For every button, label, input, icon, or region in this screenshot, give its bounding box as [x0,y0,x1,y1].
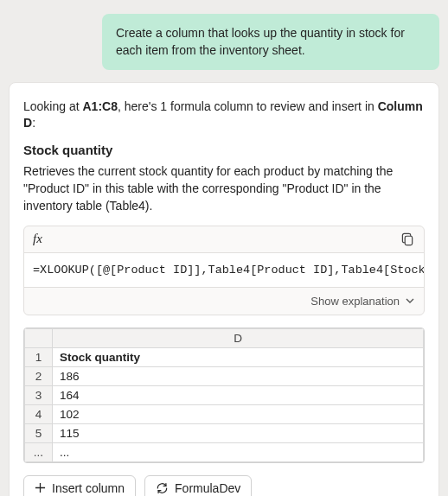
show-explanation-button[interactable]: Show explanation [24,288,424,315]
formula-description: Retrieves the current stock quantity for… [23,162,425,215]
corner-cell [25,328,53,347]
cell-value: 102 [53,404,424,423]
formuladev-button[interactable]: FormulaDev [144,475,252,496]
user-message: Create a column that looks up the quanti… [102,14,439,70]
row-number: 4 [25,404,53,423]
formula-title: Stock quantity [23,143,425,157]
preview-table: D 1Stock quantity2186316441025115...... [23,327,425,463]
row-number: ... [25,442,53,461]
intro-text: Looking at A1:C8, here's 1 formula colum… [23,99,425,132]
chevron-down-icon [405,296,415,306]
assistant-response-card: Looking at A1:C8, here's 1 formula colum… [9,82,439,496]
cell-value: 164 [53,385,424,404]
formula-block: fx =XLOOKUP([@[Product ID]],Table4[Produ… [23,226,425,315]
cell-value: 115 [53,423,424,442]
row-number: 2 [25,366,53,385]
cell-value: 186 [53,366,424,385]
insert-column-button[interactable]: Insert column [23,475,136,496]
svg-rect-0 [405,236,412,245]
copy-icon[interactable] [400,232,415,247]
plus-icon [35,482,46,493]
refresh-icon [156,482,169,494]
formula-code[interactable]: =XLOOKUP([@[Product ID]],Table4[Product … [24,253,424,288]
row-number: 3 [25,385,53,404]
column-header-d: D [53,328,424,347]
row-number: 1 [25,347,53,366]
row-number: 5 [25,423,53,442]
cell-value: ... [53,442,424,461]
cell-value: Stock quantity [53,347,424,366]
fx-label: fx [33,232,42,246]
